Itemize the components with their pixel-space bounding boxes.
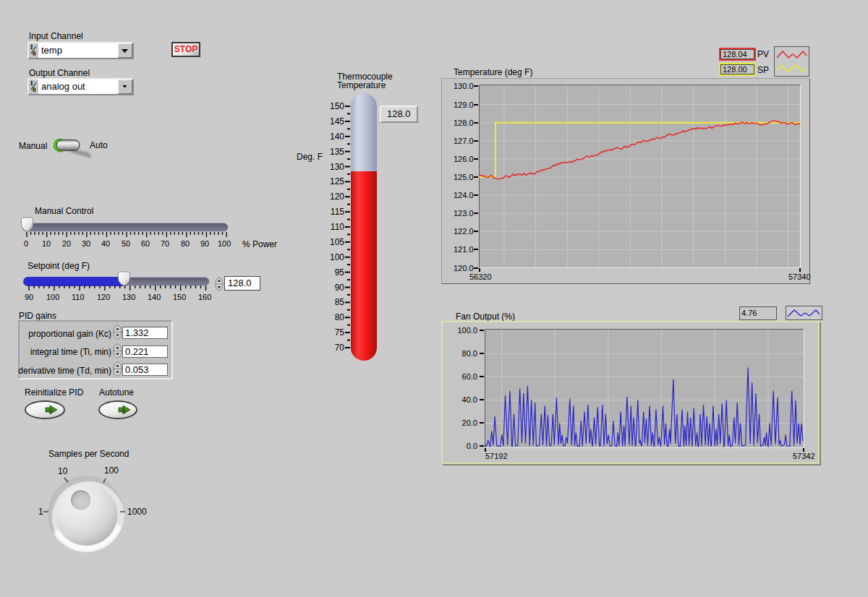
svg-text:125: 125 xyxy=(330,176,344,186)
svg-text:95: 95 xyxy=(335,267,345,278)
svg-text:130: 130 xyxy=(330,162,344,172)
svg-text:0: 0 xyxy=(33,50,36,57)
svg-text:90: 90 xyxy=(335,283,345,293)
svg-text:70: 70 xyxy=(335,343,345,353)
svg-text:0: 0 xyxy=(33,86,36,93)
svg-text:100: 100 xyxy=(330,252,344,262)
svg-text:120: 120 xyxy=(330,192,344,202)
svg-text:110: 110 xyxy=(331,222,344,232)
svg-text:75: 75 xyxy=(335,327,345,338)
svg-text:105: 105 xyxy=(330,237,344,247)
svg-text:135: 135 xyxy=(330,147,344,157)
svg-text:150: 150 xyxy=(330,101,344,111)
svg-text:115: 115 xyxy=(331,207,344,217)
svg-text:140: 140 xyxy=(330,132,344,142)
svg-text:145: 145 xyxy=(330,116,344,126)
svg-text:80: 80 xyxy=(335,312,345,322)
svg-text:85: 85 xyxy=(335,297,345,307)
